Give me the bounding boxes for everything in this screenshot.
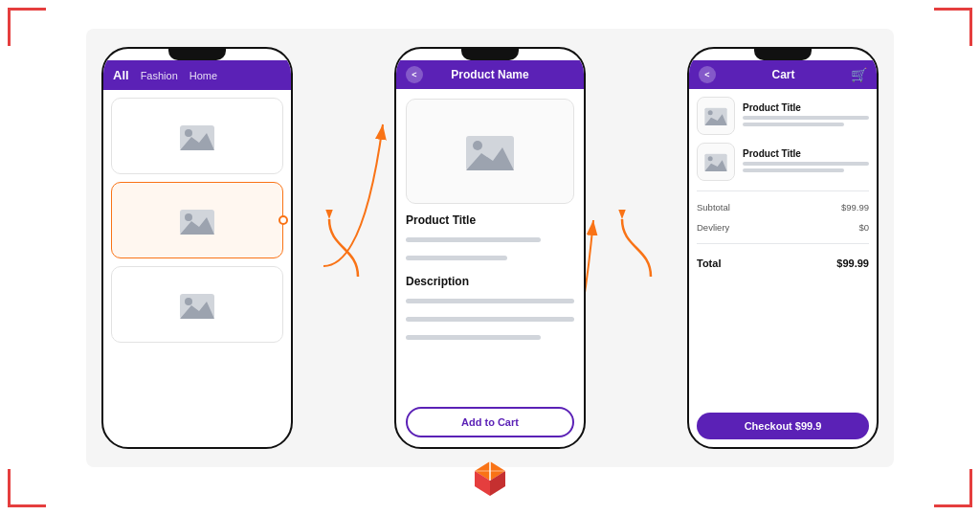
phone3-header: < Cart 🛒 [689, 60, 877, 89]
total-row: Total $99.99 [697, 258, 869, 269]
phone2-header: < Product Name [396, 60, 584, 89]
cart-item-1-title: Product Title [743, 102, 869, 113]
corner-br [934, 469, 972, 507]
description-label: Description [406, 275, 574, 288]
product-image-3 [180, 290, 214, 319]
product-detail-title: Product Title [406, 213, 574, 227]
product-image-2 [180, 206, 214, 235]
ci1-line-2 [743, 123, 844, 126]
cart-item-1: Product Title [697, 97, 869, 135]
total-value: $99.99 [836, 258, 869, 269]
connector-dot-1 [278, 215, 288, 225]
checkout-button[interactable]: Checkout $99.9 [697, 413, 869, 439]
cart-item-1-info: Product Title [743, 102, 869, 129]
cart-icon[interactable]: 🛒 [851, 67, 867, 82]
svg-point-20 [708, 156, 713, 161]
desc-line-3 [406, 335, 541, 340]
total-label: Total [697, 258, 721, 269]
subtotal-row: Subtotal $99.99 [697, 202, 869, 213]
ci1-line-1 [743, 116, 869, 120]
phone3-content: Product Title Product Title [689, 89, 877, 447]
svg-point-6 [185, 213, 192, 221]
product-card-3[interactable] [111, 266, 283, 343]
cart-thumb-1 [697, 97, 735, 135]
delivery-value: $0 [858, 222, 869, 233]
cart-item-2-title: Product Title [743, 148, 869, 159]
subtotal-value: $99.99 [841, 202, 869, 213]
tab-home[interactable]: Home [189, 70, 217, 81]
detail-line-2 [406, 256, 507, 260]
svg-point-9 [185, 298, 192, 305]
add-to-cart-button[interactable]: Add to Cart [406, 407, 574, 437]
product-card-2[interactable] [111, 182, 283, 258]
phone3-notch [754, 49, 812, 60]
phone3-title: Cart [771, 68, 794, 81]
phone3-back-button[interactable]: < [699, 66, 716, 83]
tab-fashion[interactable]: Fashion [141, 70, 178, 81]
detail-line-1 [406, 237, 541, 242]
cart-item-2: Product Title [697, 143, 869, 181]
cart-divider-2 [697, 243, 869, 244]
bottom-logo [469, 458, 511, 504]
phone-2: < Product Name Product Title Description [394, 47, 586, 449]
phone1-content [103, 90, 291, 448]
product-detail-image [406, 99, 574, 204]
phone2-title: Product Name [451, 68, 528, 81]
corner-tr [934, 8, 972, 46]
delivery-label: Devliery [697, 222, 729, 233]
ci2-line-1 [743, 162, 869, 166]
arrow-2 [612, 210, 660, 286]
desc-line-1 [406, 299, 574, 303]
ci2-line-2 [743, 168, 844, 172]
product-image-1 [180, 122, 214, 150]
arrow-1 [320, 210, 368, 286]
tab-all[interactable]: All [113, 68, 129, 82]
phone2-notch [461, 49, 519, 60]
arrow-1-container [320, 210, 368, 286]
phone1-notch [168, 49, 226, 60]
phone-1: All Fashion Home [101, 47, 293, 449]
delivery-row: Devliery $0 [697, 222, 869, 233]
product-card-1[interactable] [111, 98, 283, 174]
corner-bl [8, 469, 46, 507]
phone-3: < Cart 🛒 Product Title [687, 47, 879, 449]
svg-point-13 [473, 141, 482, 150]
cart-divider-1 [697, 190, 869, 191]
phone2-back-button[interactable]: < [406, 66, 423, 83]
cart-thumb-2 [697, 143, 735, 181]
corner-tl [8, 8, 46, 46]
subtotal-label: Subtotal [697, 202, 730, 213]
desc-line-2 [406, 317, 574, 322]
phone1-header: All Fashion Home [103, 60, 291, 90]
main-container: All Fashion Home [86, 29, 894, 467]
arrow-2-container [612, 210, 660, 286]
svg-point-3 [185, 129, 192, 137]
svg-point-17 [708, 110, 713, 115]
cart-item-2-info: Product Title [743, 148, 869, 175]
phone2-content: Product Title Description Add to Cart [396, 89, 584, 447]
